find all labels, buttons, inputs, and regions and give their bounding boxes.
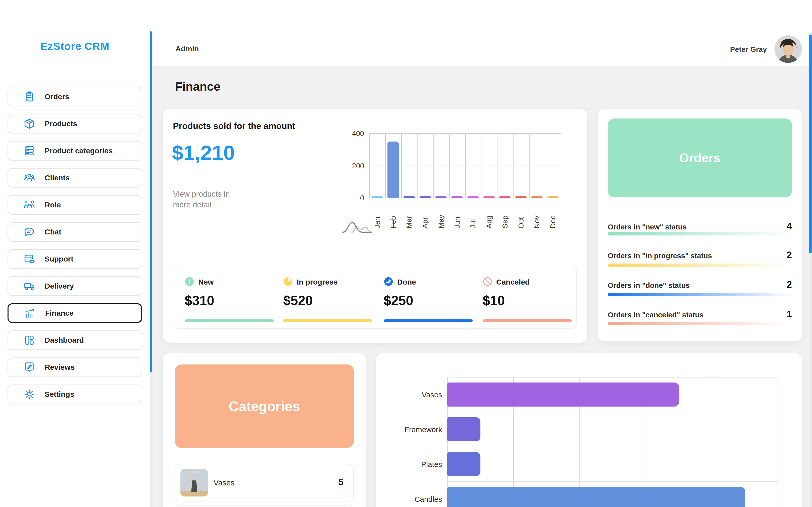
categories-header-button[interactable]: Categories bbox=[175, 364, 354, 448]
sidebar-nav: OrdersProductsProduct categoriesClientsR… bbox=[7, 87, 142, 411]
month-bar-feb bbox=[387, 142, 399, 198]
dashboard-icon bbox=[23, 334, 35, 346]
order-status-row-count: 2 bbox=[787, 279, 792, 290]
orders-card: Orders Orders in "new" status4Orders in … bbox=[598, 109, 802, 341]
month-bar-nov bbox=[531, 196, 543, 198]
status-underline bbox=[384, 319, 473, 322]
sidebar-item-product-categories[interactable]: Product categories bbox=[7, 141, 142, 161]
category-list-item-partial[interactable] bbox=[175, 506, 354, 507]
status-card-canceled: Canceled $10 bbox=[483, 267, 576, 328]
avatar-portrait-image bbox=[774, 35, 802, 63]
sidebar-item-dashboard[interactable]: Dashboard bbox=[7, 330, 142, 350]
sidebar-item-reviews[interactable]: Reviews bbox=[7, 357, 142, 377]
order-status-strip: ! New $310 In progress $520 Done $250 Ca… bbox=[173, 267, 577, 329]
order-status-row-label: Orders in "in progress" status bbox=[608, 252, 712, 260]
svg-text:!: ! bbox=[188, 278, 191, 285]
sidebar-item-label: Support bbox=[45, 255, 73, 263]
order-status-row-bar bbox=[608, 264, 792, 267]
order-status-row-count: 1 bbox=[787, 309, 792, 320]
status-amount: $520 bbox=[283, 293, 313, 308]
order-status-row-bar bbox=[608, 293, 792, 296]
gridline bbox=[369, 133, 561, 134]
sidebar-item-support[interactable]: Support bbox=[7, 249, 142, 269]
y-axis-tick: 400 bbox=[329, 129, 364, 138]
category-item-label: Vases bbox=[214, 478, 234, 488]
month-bar-dec bbox=[547, 196, 559, 198]
status-underline bbox=[283, 319, 372, 322]
category-list-item-vases[interactable]: Vases 5 bbox=[175, 464, 354, 502]
gear-icon bbox=[23, 389, 35, 400]
sidebar-item-label: Orders bbox=[45, 93, 69, 101]
x-axis-tick: Feb bbox=[389, 216, 397, 228]
sidebar-item-role[interactable]: Role bbox=[7, 195, 142, 215]
month-bar-mar bbox=[403, 196, 415, 198]
view-products-link-line1: View products in bbox=[173, 190, 230, 199]
view-products-link-line2: more detail bbox=[173, 201, 211, 209]
x-axis-tick: Mar bbox=[405, 216, 413, 228]
cancel-icon bbox=[483, 277, 492, 287]
box-icon bbox=[23, 118, 35, 129]
sidebar-item-clients[interactable]: Clients bbox=[7, 168, 142, 188]
sidebar-item-orders[interactable]: Orders bbox=[7, 87, 142, 106]
vase-photo bbox=[180, 469, 208, 497]
orders-header-button[interactable]: Orders bbox=[608, 118, 792, 198]
status-card-new: ! New $310 bbox=[185, 267, 277, 328]
sidebar-item-label: Role bbox=[45, 201, 61, 209]
x-axis-tick: May bbox=[437, 215, 445, 228]
distribution-curves-icon[interactable] bbox=[341, 219, 374, 234]
status-underline bbox=[483, 319, 572, 322]
month-bar-jun bbox=[451, 196, 463, 198]
sidebar-item-label: Product categories bbox=[45, 147, 113, 155]
month-bar-apr bbox=[420, 196, 431, 198]
view-products-link[interactable]: View products in more detail bbox=[173, 189, 230, 210]
user-name: Peter Gray bbox=[667, 45, 767, 54]
sidebar-item-label: Reviews bbox=[45, 363, 75, 372]
orders-header-label: Orders bbox=[680, 151, 720, 165]
y-axis-category-label: Plates bbox=[379, 460, 442, 469]
sidebar-item-chat[interactable]: Chat bbox=[7, 222, 142, 242]
order-status-row-label: Orders in "canceled" status bbox=[608, 311, 703, 319]
x-axis-tick: Sep bbox=[501, 215, 509, 228]
status-label: Canceled bbox=[496, 278, 530, 286]
sidebar-item-products[interactable]: Products bbox=[7, 114, 142, 133]
avatar[interactable] bbox=[774, 35, 802, 63]
order-status-row-bar bbox=[608, 322, 792, 325]
status-label: Done bbox=[397, 278, 416, 286]
month-bar-may bbox=[435, 196, 447, 198]
sidebar-item-finance[interactable]: Finance bbox=[7, 303, 142, 323]
category-bar-candles bbox=[447, 487, 745, 507]
reviews-icon bbox=[23, 361, 35, 373]
y-axis-category-label: Framework bbox=[379, 425, 442, 434]
app-root: EzStore CRM OrdersProductsProduct catego… bbox=[0, 0, 812, 507]
gridline bbox=[447, 447, 778, 447]
stack-icon bbox=[23, 145, 35, 157]
x-axis-tick: Dec bbox=[549, 215, 557, 228]
status-amount: $310 bbox=[185, 293, 214, 308]
page-scrollbar-thumb[interactable] bbox=[809, 35, 812, 253]
sidebar-item-label: Delivery bbox=[45, 282, 74, 290]
status-underline bbox=[185, 319, 274, 322]
clipboard-icon bbox=[23, 91, 35, 103]
gridline bbox=[447, 482, 778, 482]
y-axis-category-label: Candles bbox=[379, 495, 442, 504]
y-axis-tick: 0 bbox=[329, 194, 364, 202]
status-label: In progress bbox=[297, 278, 338, 286]
sidebar-item-delivery[interactable]: Delivery bbox=[7, 276, 142, 296]
order-status-row-label: Orders in "done" status bbox=[608, 281, 690, 290]
gridline bbox=[778, 377, 778, 507]
new-badge-icon: ! bbox=[185, 277, 194, 287]
sidebar-scrollbar-thumb[interactable] bbox=[150, 31, 152, 373]
sidebar-item-settings[interactable]: Settings bbox=[7, 385, 142, 404]
x-axis-tick: Apr bbox=[421, 217, 429, 228]
y-axis-tick: 200 bbox=[329, 162, 364, 170]
status-label: New bbox=[198, 278, 214, 286]
category-bar-framework bbox=[447, 417, 480, 441]
app-logo: EzStore CRM bbox=[0, 40, 150, 52]
x-axis-tick: Jun bbox=[453, 217, 462, 228]
status-card-done: Done $250 bbox=[384, 267, 476, 328]
gridline bbox=[447, 412, 778, 412]
finance-icon bbox=[24, 307, 36, 319]
category-sales-chart: VasesFrameworkPlatesCandles bbox=[376, 353, 802, 507]
categories-header-label: Categories bbox=[229, 398, 300, 414]
category-bar-plates bbox=[447, 452, 480, 476]
